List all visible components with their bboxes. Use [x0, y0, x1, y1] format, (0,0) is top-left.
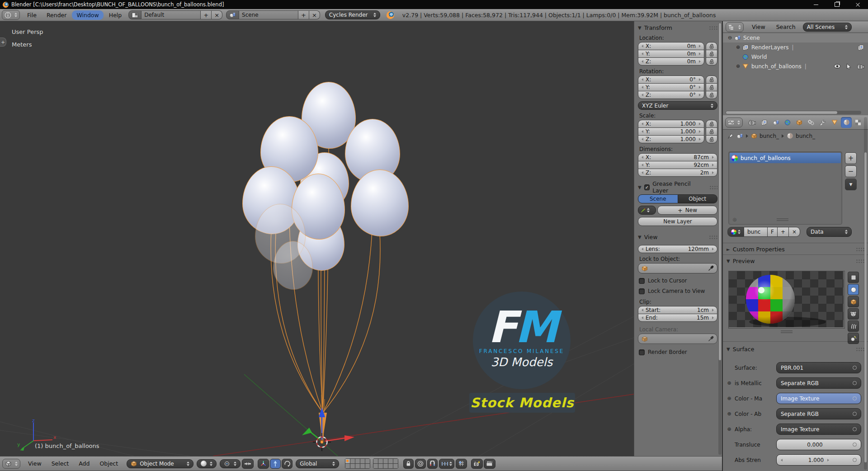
material-specials-button[interactable]: ▼ — [845, 179, 857, 190]
node-expand-icon[interactable]: ⊕ — [726, 411, 733, 417]
decrement-arrow-icon[interactable] — [642, 248, 643, 250]
rotation-z-field[interactable]: Z:0° — [638, 91, 704, 99]
decrement-arrow-icon[interactable] — [642, 78, 643, 81]
layer-cell[interactable] — [383, 459, 388, 463]
surface-row-widget[interactable]: Separate RGB — [776, 408, 861, 419]
node-socket-icon[interactable] — [853, 381, 857, 385]
layer-cell[interactable] — [345, 459, 350, 463]
lock-camera-checkbox[interactable] — [639, 288, 645, 294]
decrement-arrow-icon[interactable] — [642, 60, 643, 63]
increment-arrow-icon[interactable] — [712, 316, 714, 319]
decrement-arrow-icon[interactable] — [642, 316, 643, 319]
lock-to-object-field[interactable] — [638, 263, 717, 273]
grease-pencil-brush-select[interactable] — [638, 206, 656, 215]
properties-tab-world[interactable] — [782, 117, 793, 128]
lens-lens-field[interactable]: Lens:120mm — [638, 245, 717, 253]
decrement-arrow-icon[interactable] — [642, 45, 643, 47]
panel-grip-icon[interactable] — [856, 259, 864, 263]
preview-sphere-button[interactable] — [848, 284, 859, 295]
editor-type-selector-3dview[interactable] — [2, 459, 20, 469]
decrement-arrow-icon[interactable] — [642, 86, 643, 89]
node-socket-icon[interactable] — [853, 458, 857, 462]
rotation-x-lock-button[interactable] — [706, 75, 717, 84]
rotation-x-field[interactable]: X:0° — [638, 75, 704, 84]
toolshelf-expand-button[interactable]: + — [0, 38, 6, 47]
opengl-render-image-button[interactable] — [471, 459, 483, 469]
increment-arrow-icon[interactable] — [699, 60, 701, 63]
opengl-render-anim-button[interactable] — [484, 459, 495, 469]
outliner-row-bunch_of_balloons[interactable]: ⊕bunch_of_balloons| — [723, 61, 868, 71]
grease-pencil-panel-header[interactable]: ▼ ✓ Grease Pencil Layer — [638, 183, 717, 192]
decrement-arrow-icon[interactable] — [642, 156, 643, 159]
properties-tab-data[interactable] — [829, 117, 840, 128]
transform-panel-header[interactable]: ▼ Transform — [638, 23, 717, 32]
increment-arrow-icon[interactable] — [699, 52, 701, 55]
decrement-arrow-icon[interactable] — [642, 171, 643, 174]
preview-particles-button[interactable] — [848, 333, 859, 344]
node-socket-icon[interactable] — [853, 366, 857, 370]
increment-arrow-icon[interactable] — [827, 459, 829, 462]
scale-z-lock-button[interactable] — [706, 135, 717, 143]
add-scene-button[interactable]: + — [298, 10, 309, 19]
minimize-button[interactable] — [806, 0, 826, 9]
layer-cell[interactable] — [350, 459, 355, 463]
eyedropper-icon[interactable] — [708, 336, 714, 342]
increment-arrow-icon[interactable] — [712, 156, 714, 159]
camera-toggle-icon[interactable] — [857, 64, 864, 69]
render-engine-select[interactable]: Cycles Render — [325, 10, 380, 19]
unlink-material-button[interactable]: × — [789, 227, 800, 237]
decrement-arrow-icon[interactable] — [642, 164, 643, 166]
surface-row-widget[interactable]: Image Texture — [776, 424, 861, 435]
dimensions-z-field[interactable]: Z:2m — [638, 169, 717, 177]
outliner-hscrollbar[interactable] — [726, 111, 861, 114]
viewport-3d[interactable]: User Persp Meters + z x y (1) bunch_of_b… — [0, 21, 634, 456]
grease-pencil-checkbox[interactable]: ✓ — [644, 184, 650, 190]
menu-window[interactable]: Window — [72, 10, 103, 20]
viewport-menu-view[interactable]: View — [24, 459, 46, 468]
layer-cell[interactable] — [360, 464, 365, 468]
delete-scene-button[interactable]: × — [309, 10, 320, 19]
layer-cell[interactable] — [378, 459, 383, 463]
surface-row-widget[interactable]: Image Texture — [776, 393, 861, 404]
new-material-button[interactable]: + — [778, 227, 789, 237]
pin-icon[interactable] — [727, 133, 734, 139]
decrement-arrow-icon[interactable] — [642, 130, 643, 133]
increment-arrow-icon[interactable] — [699, 138, 701, 141]
increment-arrow-icon[interactable] — [699, 94, 701, 96]
location-y-lock-button[interactable] — [706, 50, 717, 58]
maximize-button[interactable] — [826, 0, 847, 9]
expand-toggle-icon[interactable]: ⊖ — [726, 35, 733, 41]
properties-tab-modifiers[interactable] — [817, 117, 828, 128]
rotation-y-field[interactable]: Y:0° — [638, 83, 704, 91]
layer-cell[interactable] — [360, 459, 365, 463]
layers-grid-1[interactable] — [345, 458, 370, 469]
increment-arrow-icon[interactable] — [699, 130, 701, 133]
snap-target-button[interactable] — [456, 459, 467, 469]
increment-arrow-icon[interactable] — [712, 171, 714, 174]
properties-tab-scene[interactable] — [770, 117, 781, 128]
layer-cell[interactable] — [393, 459, 398, 463]
decrement-arrow-icon[interactable] — [642, 309, 643, 311]
expand-toggle-icon[interactable]: ⊕ — [735, 44, 741, 50]
layer-cell[interactable] — [345, 464, 350, 468]
increment-arrow-icon[interactable] — [712, 309, 714, 311]
increment-arrow-icon[interactable] — [712, 248, 714, 250]
translate-manipulator-button[interactable] — [270, 459, 281, 469]
layer-cell[interactable] — [373, 464, 378, 468]
node-expand-icon[interactable]: ⊕ — [726, 396, 733, 401]
viewport-shading-select[interactable] — [197, 459, 217, 468]
grease-pencil-new-button[interactable]: + New — [657, 206, 717, 215]
layer-cell[interactable] — [393, 464, 398, 468]
eyedropper-icon[interactable] — [708, 265, 714, 271]
surface-row-widget[interactable]: 0.000 — [776, 439, 861, 450]
location-z-field[interactable]: Z:0m — [638, 57, 704, 66]
material-slot-item[interactable]: bunch_of_balloons — [730, 153, 841, 163]
preview-flat-button[interactable] — [848, 272, 859, 283]
dimensions-y-field[interactable]: Y:92cm — [638, 161, 717, 169]
properties-tab-render-layers[interactable] — [759, 117, 769, 128]
properties-tab-texture[interactable] — [853, 117, 863, 128]
panel-grip-icon[interactable] — [709, 26, 717, 30]
surface-row-widget[interactable]: PBR.001 — [776, 362, 861, 373]
decrement-arrow-icon[interactable] — [642, 138, 643, 141]
scale-z-field[interactable]: Z:1.000 — [638, 135, 704, 143]
